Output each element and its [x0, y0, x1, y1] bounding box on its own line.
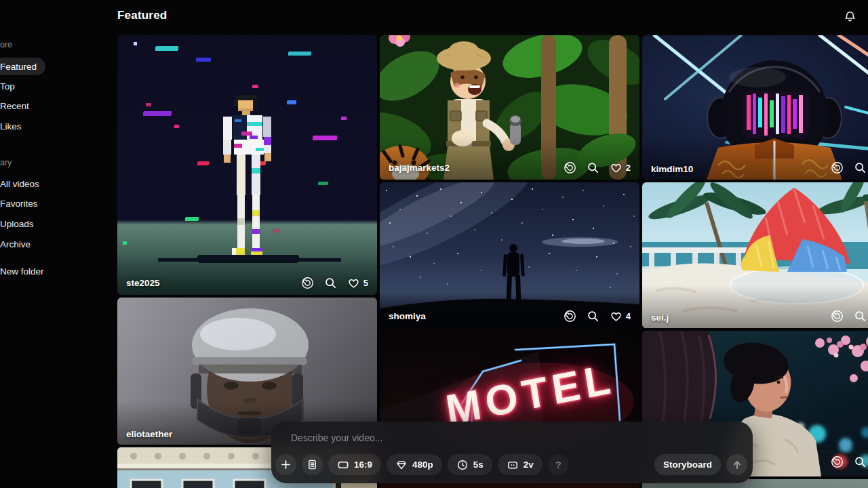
document-icon — [307, 459, 318, 470]
magnifier-icon[interactable] — [854, 455, 867, 468]
jungle-reporter-artwork — [380, 35, 639, 180]
variations-icon — [507, 459, 519, 471]
page-title: Featured — [117, 9, 167, 22]
prompt-input[interactable] — [290, 432, 672, 444]
heart-icon[interactable] — [347, 277, 360, 289]
help-button[interactable]: ? — [548, 454, 569, 475]
like-count: 4 — [626, 311, 631, 321]
neon-helmet-artwork — [642, 35, 868, 180]
sidebar-item-uploads[interactable]: Uploads — [0, 219, 34, 229]
frame-icon — [337, 459, 349, 471]
silhouette-person — [502, 244, 524, 302]
spiral-icon[interactable] — [831, 455, 844, 468]
resolution-button[interactable]: 480p — [387, 454, 442, 475]
prompt-bar: 16:9 480p 5s 2v ? Storyboard — [271, 422, 753, 483]
arrow-up-icon — [731, 459, 743, 471]
pixel-glitch-artwork — [117, 35, 377, 295]
video-tile-ste2025[interactable]: ste2025 5 — [117, 35, 377, 295]
spiral-icon[interactable] — [301, 277, 314, 289]
plus-icon — [280, 459, 292, 470]
sidebar-item-likes[interactable]: Likes — [0, 121, 22, 131]
tile-username: sei.j — [651, 312, 669, 323]
sidebar-item-favorites[interactable]: Favorites — [0, 199, 38, 209]
tile-username: shomiya — [389, 311, 426, 321]
sidebar-item-all-videos[interactable]: All videos — [0, 179, 39, 189]
submit-button[interactable] — [726, 454, 747, 475]
tile-username: ste2025 — [126, 278, 160, 288]
like-count: 2 — [626, 163, 631, 173]
gem-icon — [395, 459, 408, 471]
heart-icon[interactable] — [610, 161, 623, 174]
notifications-button[interactable] — [841, 7, 859, 25]
magnifier-icon[interactable] — [854, 310, 867, 323]
sidebar-item-top[interactable]: Top — [0, 81, 15, 92]
video-tile-bajajmarkets2[interactable]: bajajmarkets2 2 — [380, 35, 639, 180]
storyboard-button[interactable]: Storyboard — [654, 454, 721, 475]
add-media-button[interactable] — [275, 454, 296, 475]
question-mark-icon: ? — [555, 459, 561, 470]
sora-featured-page: Featured ore Featured Top Recent Likes a… — [0, 0, 868, 488]
sidebar-item-archive[interactable]: Archive — [0, 239, 31, 249]
tile-username: kimdim10 — [651, 164, 693, 174]
spiral-icon[interactable] — [831, 310, 844, 323]
duration-button[interactable]: 5s — [448, 454, 492, 475]
pixel-person — [223, 95, 271, 255]
spiral-icon[interactable] — [831, 161, 844, 174]
magnifier-icon[interactable] — [587, 161, 599, 174]
variations-button[interactable]: 2v — [498, 454, 542, 475]
video-tile-kimdim10[interactable]: kimdim10 — [642, 35, 868, 180]
clock-icon — [456, 459, 469, 471]
aspect-ratio-button[interactable]: 16:9 — [328, 454, 381, 475]
magnifier-icon[interactable] — [324, 277, 337, 289]
sidebar-item-featured[interactable]: Featured — [0, 58, 45, 75]
rainbow-ice-mound — [741, 188, 850, 272]
sidebar-section-library: ary — [0, 158, 12, 167]
bell-icon — [843, 9, 857, 24]
night-sky-artwork — [380, 182, 639, 328]
sidebar-item-new-folder[interactable]: New folder — [0, 266, 44, 277]
magnifier-icon[interactable] — [854, 161, 867, 174]
tile-username: bajajmarkets2 — [389, 163, 450, 173]
blossom-branch — [815, 336, 868, 382]
sidebar-section-explore: ore — [0, 40, 12, 49]
like-count: 5 — [363, 278, 368, 288]
spiral-icon[interactable] — [564, 161, 576, 174]
tile-username: eliotaether — [126, 429, 172, 439]
magnifier-icon[interactable] — [587, 310, 599, 323]
shaved-ice-artwork — [642, 182, 868, 328]
preset-button[interactable] — [302, 454, 323, 475]
spiral-icon[interactable] — [564, 310, 576, 323]
video-tile-sei-j[interactable]: sei.j — [642, 182, 868, 328]
video-tile-shomiya[interactable]: shomiya 4 — [380, 182, 639, 328]
heart-icon[interactable] — [610, 310, 623, 323]
sidebar-item-recent[interactable]: Recent — [0, 101, 29, 111]
